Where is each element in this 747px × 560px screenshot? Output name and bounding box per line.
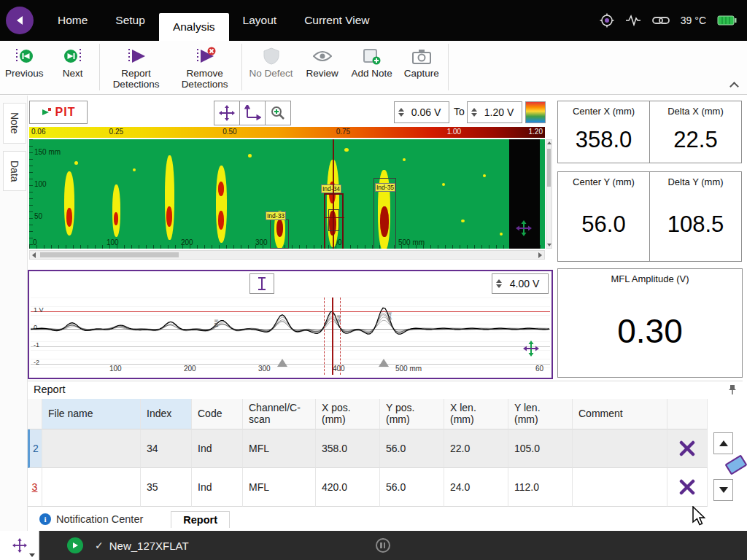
spinner-icon[interactable] (398, 108, 404, 117)
back-button[interactable] (6, 7, 34, 34)
x-len-cell: 22.0 (444, 429, 508, 468)
tab-analysis[interactable]: Analysis (159, 13, 229, 41)
ribbon-separator (241, 44, 242, 90)
down-arrow-icon (719, 487, 728, 493)
channel-cell: MFL (243, 429, 316, 468)
move-tool-button[interactable] (0, 531, 39, 560)
pan-cursor-icon (515, 219, 533, 237)
ruler-label: 200 (181, 238, 193, 246)
play-icon[interactable] (67, 537, 83, 553)
tab-notification-center[interactable]: i Notification Center (28, 508, 155, 530)
strip-chart-view[interactable]: 1 V 0 -1 -2 100 200 300 400 500 mm 60 In… (31, 298, 550, 375)
open-file-tab[interactable]: New_127XFLAT (109, 540, 189, 552)
cursor-tool-button[interactable] (249, 273, 274, 294)
capture-button[interactable]: Capture (398, 43, 446, 80)
x-pos-cell: 420.0 (316, 468, 380, 507)
table-scroll-up-button[interactable] (713, 432, 733, 454)
temperature-label: 39 °C (681, 15, 706, 26)
scan-vertical-scrollbar[interactable] (546, 139, 552, 249)
header-y-len[interactable]: Y len. (mm) (508, 399, 573, 429)
delete-x-icon (679, 479, 695, 495)
tab-home[interactable]: Home (44, 0, 101, 41)
pit-code-button[interactable]: PIT (29, 101, 88, 124)
header-x-len[interactable]: X len. (mm) (444, 399, 508, 429)
amplitude-from-field[interactable]: 0.06 V (394, 101, 449, 123)
row-number-cell[interactable]: 2 (28, 429, 42, 468)
spinner-icon[interactable] (471, 108, 477, 117)
scan-blob (216, 166, 227, 243)
no-defect-button[interactable]: No Defect (244, 43, 298, 80)
colorbar-tick: 0.75 (336, 128, 350, 136)
defect-marker-icon (277, 359, 287, 367)
eye-icon (313, 44, 332, 68)
tab-layout[interactable]: Layout (229, 0, 291, 41)
color-palette-button[interactable] (525, 101, 546, 123)
comment-cell (573, 429, 667, 468)
cscan-view[interactable]: 150 mm 100 50 0 100 200 300 400 500 mm (29, 139, 545, 249)
tab-current-view[interactable]: Current View (290, 0, 383, 41)
strip-cursor-line (332, 298, 333, 375)
delta-y-value: 108.5 (667, 187, 724, 261)
status-bar: ✓ New_127XFLAT (0, 531, 747, 560)
header-index[interactable]: Index (141, 399, 192, 429)
tab-setup[interactable]: Setup (101, 0, 159, 41)
ruler-label: 150 mm (34, 148, 61, 156)
strip-scale-field[interactable]: 4.00 V (492, 273, 549, 294)
scroll-down-arrow[interactable] (547, 244, 551, 246)
scrollbar-thumb[interactable] (40, 252, 179, 257)
row-number-cell[interactable]: 3 (28, 468, 42, 507)
delta-x-value: 22.5 (673, 117, 717, 163)
header-file-name[interactable]: File name (42, 399, 141, 429)
to-label: To (454, 106, 465, 117)
collapse-ribbon-button[interactable] (731, 83, 738, 89)
scan-blob (165, 155, 174, 240)
header-channel[interactable]: Channel/C-scan (243, 399, 316, 429)
pan-tool-button[interactable] (214, 101, 240, 125)
y-len-cell: 105.0 (508, 429, 573, 468)
next-button[interactable]: Next (49, 43, 97, 80)
tab-report[interactable]: Report (171, 511, 230, 528)
colorbar-tick: 1.20 (529, 128, 543, 136)
scan-horizontal-scrollbar[interactable] (29, 250, 545, 260)
zoom-tool-button[interactable] (265, 101, 291, 125)
top-bar: Home Setup Analysis Layout Current View … (0, 0, 747, 41)
scroll-right-arrow[interactable] (538, 252, 542, 258)
zoom-icon (270, 105, 286, 121)
header-x-pos[interactable]: X pos. (mm) (316, 399, 380, 429)
header-actions (667, 399, 708, 429)
pin-icon (728, 384, 737, 396)
axis-tool-button[interactable] (239, 101, 266, 125)
ind-marker-label: Ind (387, 312, 393, 319)
scrollbar-thumb[interactable] (547, 149, 551, 187)
add-note-icon (363, 44, 381, 68)
table-scroll-down-button[interactable] (713, 479, 733, 501)
mouse-cursor (692, 506, 706, 526)
add-note-button[interactable]: Add Note (347, 43, 398, 80)
spinner-icon[interactable] (496, 279, 502, 288)
indication-box-33[interactable] (270, 219, 289, 249)
colorbar-tick: 0.25 (109, 128, 123, 136)
header-comment[interactable]: Comment (573, 399, 667, 429)
previous-button[interactable]: Previous (0, 43, 49, 80)
tab-data[interactable]: Data (3, 151, 26, 192)
tab-note[interactable]: Note (3, 103, 26, 144)
header-code[interactable]: Code (192, 399, 243, 429)
delete-row-button[interactable] (667, 468, 708, 507)
colorbar-tick: 0.50 (222, 128, 236, 136)
review-button[interactable]: Review (298, 43, 347, 80)
pin-button[interactable] (728, 384, 737, 399)
remove-detections-button[interactable]: Remove Detections (171, 43, 239, 91)
scroll-up-arrow[interactable] (547, 141, 551, 144)
amplitude-to-field[interactable]: 1.20 V (467, 101, 522, 123)
header-y-pos[interactable]: Y pos. (mm) (380, 399, 444, 429)
pause-indicator-icon (376, 538, 390, 553)
y-pos-cell: 56.0 (380, 468, 444, 507)
scan-cursor-line (333, 139, 334, 249)
report-detections-button[interactable]: Report Detections (102, 43, 171, 91)
ruler-label: 500 mm (398, 238, 425, 246)
delete-row-button[interactable] (667, 429, 708, 468)
y-len-cell: 112.0 (508, 468, 573, 507)
defect-marker-icon (379, 359, 389, 367)
ribbon-toolbar: Previous Next Report Detections Remove D… (0, 41, 747, 95)
scroll-left-arrow[interactable] (32, 252, 36, 258)
